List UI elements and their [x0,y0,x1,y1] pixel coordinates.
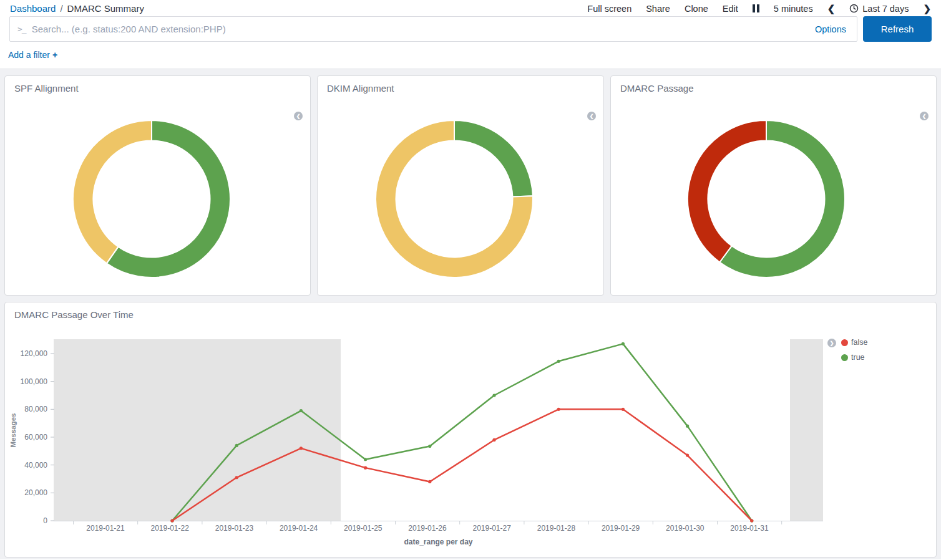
breadcrumb: Dashboard / DMARC Summary [10,3,144,14]
data-point-false[interactable] [492,438,495,442]
plus-icon: + [52,50,57,60]
legend-toggle-icon[interactable]: ❮ [920,112,929,120]
data-point-true[interactable] [364,458,367,461]
top-bar: Dashboard / DMARC Summary Full screen Sh… [0,0,941,16]
dmarc-passage-over-time-line-chart[interactable]: 020,00040,00060,00080,000100,000120,000M… [5,302,937,557]
options-link[interactable]: Options [804,24,857,34]
pie-slice-true[interactable] [454,120,533,196]
pie-slice-false[interactable] [688,120,766,262]
panel-dmarc-passage: DMARC Passage ❮ [610,75,937,296]
y-axis-tick-label: 0 [43,516,47,525]
x-axis-tick-label: 2019-01-29 [602,524,640,533]
data-point-false[interactable] [428,480,431,483]
data-point-true[interactable] [300,409,303,412]
x-axis-title: date_range per day [404,538,472,546]
time-forward-icon[interactable]: ❯ [923,3,931,14]
share-button[interactable]: Share [646,4,670,14]
spf-allignment-donut-chart[interactable] [72,120,231,278]
out-of-range-band [54,339,341,521]
breadcrumb-current: DMARC Summary [67,3,144,14]
dashboard-grid: SPF Allignment ❮ DKIM Alignment ❮ DMARC … [0,69,941,559]
x-axis-tick-label: 2019-01-23 [215,524,254,533]
data-point-false[interactable] [300,447,303,450]
data-point-false[interactable] [170,519,173,522]
legend-label: false [851,338,867,347]
full-screen-button[interactable]: Full screen [587,4,631,14]
refresh-button[interactable]: Refresh [863,16,932,42]
breadcrumb-dashboard-link[interactable]: Dashboard [10,3,56,14]
legend-rows: falsetrue [841,338,867,362]
y-axis-tick-label: 40,000 [24,461,47,470]
panel-spf-allignment: SPF Allignment ❮ [4,75,311,296]
query-bar: >_ Options Refresh [9,16,932,42]
data-point-true[interactable] [622,342,625,345]
x-axis-tick-label: 2019-01-22 [151,524,190,533]
x-axis-tick-label: 2019-01-30 [666,524,705,533]
search-input[interactable] [32,24,804,34]
legend-label: true [851,353,865,362]
legend-item-false[interactable]: false [841,338,867,347]
y-axis-tick-label: 60,000 [24,433,47,442]
data-point-false[interactable] [557,408,560,411]
pause-icon[interactable] [753,4,759,12]
time-range-label: Last 7 days [862,4,909,14]
x-axis-tick-label: 2019-01-27 [473,524,512,533]
time-back-icon[interactable]: ❮ [827,3,836,14]
panel-dmarc-passage-over-time: DMARC Passage Over Time 020,00040,00060,… [4,302,937,558]
legend-item-true[interactable]: true [841,353,867,362]
panel-title: SPF Allignment [5,76,310,94]
x-axis-tick-label: 2019-01-31 [730,524,769,533]
legend-toggle-icon[interactable]: ❮ [587,112,596,120]
y-axis-tick-label: 80,000 [24,405,47,413]
data-point-false[interactable] [364,466,367,470]
x-axis-tick-label: 2019-01-25 [344,524,383,533]
y-axis-tick-label: 20,000 [24,488,47,497]
breadcrumb-separator: / [60,3,62,14]
data-point-false[interactable] [686,453,689,456]
legend-dot-false [841,339,848,346]
data-point-true[interactable] [492,393,495,397]
out-of-range-band [790,339,823,521]
legend-toggle-icon[interactable]: ❮ [294,112,303,120]
panel-title: DMARC Passage [611,76,936,94]
legend-dot-true [841,354,848,361]
filter-bar: Add a filter+ [0,42,941,69]
data-point-true[interactable] [557,360,560,363]
add-filter-label: Add a filter [8,50,50,60]
x-axis-tick-label: 2019-01-26 [408,524,447,533]
data-point-false[interactable] [235,476,238,479]
dashboard-top-nav: Full screen Share Clone Edit 5 minutes ❮… [587,3,931,14]
dmarc-passage-donut-chart[interactable] [687,120,846,278]
data-point-true[interactable] [686,425,689,428]
data-point-false[interactable] [622,408,625,411]
panel-title: DKIM Alignment [318,76,603,94]
x-axis-tick-label: 2019-01-28 [537,524,576,533]
y-axis-tick-label: 100,000 [21,377,48,386]
data-point-false[interactable] [750,519,753,522]
legend-toggle-icon[interactable]: ❯ [827,339,836,347]
x-axis-tick-label: 2019-01-24 [280,524,318,533]
data-point-true[interactable] [428,445,431,448]
query-prompt-icon: >_ [10,24,32,34]
data-point-true[interactable] [235,444,238,447]
dkim-alignment-donut-chart[interactable] [375,120,534,278]
time-range-button[interactable]: Last 7 days [849,4,909,14]
y-axis-title: Messages [9,413,17,448]
pie-slice-false[interactable] [73,120,152,263]
dashboard-row-1: SPF Allignment ❮ DKIM Alignment ❮ DMARC … [4,75,937,296]
search-box[interactable]: >_ Options [9,16,857,42]
edit-button[interactable]: Edit [723,4,738,14]
clock-icon [849,4,859,13]
panel-dkim-alignment: DKIM Alignment ❮ [317,75,604,296]
refresh-interval-button[interactable]: 5 minutes [774,4,813,14]
chart-legend: ❯ falsetrue [827,338,867,362]
add-filter-link[interactable]: Add a filter+ [8,50,57,60]
y-axis-tick-label: 120,000 [21,349,48,358]
clone-button[interactable]: Clone [685,4,708,14]
x-axis-tick-label: 2019-01-21 [86,524,125,533]
